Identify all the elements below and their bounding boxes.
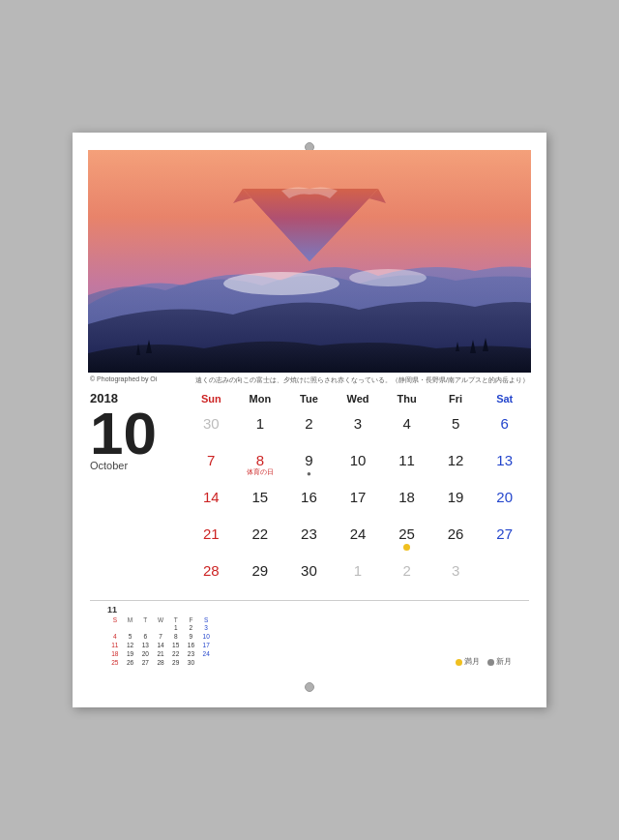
new-moon-legend: 新月	[487, 657, 512, 667]
separator	[90, 600, 529, 601]
calendar-page: © Photographed by Oi 遠くの志みの向この富士は、夕焼けに照ら…	[73, 133, 546, 707]
header-thu: Thu	[382, 391, 431, 406]
day-cell: 12	[431, 447, 481, 484]
mini-month-label: 11	[107, 605, 214, 615]
svg-point-2	[349, 269, 427, 286]
photo-description: 遠くの志みの向この富士は、夕焼けに照らされ赤くなっている。（静岡県・長野県/南ア…	[195, 375, 529, 385]
day-cell: 13	[480, 447, 529, 484]
day-cell: 16	[284, 484, 334, 521]
day-cell: 23	[284, 521, 334, 557]
day-cell	[480, 557, 529, 594]
day-cell: 8体育の日	[236, 447, 285, 484]
day-cell: 9●	[284, 447, 334, 484]
bottom-hole	[305, 682, 314, 692]
day-cell: 27	[480, 521, 529, 557]
day-cell: 19	[431, 484, 481, 521]
day-cell: 10	[334, 447, 383, 484]
photo-caption: © Photographed by Oi 遠くの志みの向この富士は、夕焼けに照ら…	[88, 375, 531, 385]
header-mon: Mon	[236, 391, 285, 406]
header-sat: Sat	[480, 391, 529, 406]
day-cell: 2	[382, 557, 431, 594]
day-cell: 30	[187, 410, 236, 447]
day-cell: 25	[382, 521, 431, 557]
legend: 満月 新月	[456, 657, 512, 667]
mini-day-headers: S M T W T F S	[107, 616, 214, 623]
day-cell: 11	[382, 447, 431, 484]
day-cell: 29	[236, 557, 285, 594]
day-cell: 28	[187, 557, 236, 594]
full-moon-dot	[403, 544, 410, 551]
day-cell: 3	[431, 557, 481, 594]
grid-area: Sun Mon Tue Wed Thu Fri Sat 30 1 2 3 4 5	[187, 391, 529, 594]
header-tue: Tue	[284, 391, 334, 406]
header-sun: Sun	[187, 391, 236, 406]
svg-point-1	[223, 272, 339, 295]
day-cell: 5	[431, 410, 481, 447]
day-cell: 21	[187, 521, 236, 557]
photo-credit: © Photographed by Oi	[90, 375, 157, 385]
day-cell: 17	[334, 484, 383, 521]
header-wed: Wed	[334, 391, 383, 406]
full-moon-legend: 満月	[456, 657, 480, 667]
fuji-image	[88, 150, 531, 373]
calendar-header: 2018 10 October Sun Mon Tue Wed Thu Fri …	[90, 391, 529, 594]
year-month: 2018 10 October	[90, 391, 187, 471]
day-headers: Sun Mon Tue Wed Thu Fri Sat	[187, 391, 529, 406]
new-moon-icon	[487, 659, 494, 666]
header-fri: Fri	[431, 391, 481, 406]
day-cell: 3	[334, 410, 383, 447]
day-cell: 24	[334, 521, 383, 557]
day-cell: 22	[236, 521, 285, 557]
calendar-section: 2018 10 October Sun Mon Tue Wed Thu Fri …	[73, 385, 546, 676]
day-cell: 7	[187, 447, 236, 484]
day-cell: 6	[480, 410, 529, 447]
days-grid: 30 1 2 3 4 5 6 7 8体育の日 9● 10 11 12 13	[187, 410, 529, 594]
full-moon-label: 満月	[464, 657, 480, 667]
month-number: 10	[90, 404, 187, 464]
bottom-section: 11 S M T W T F S 1 2 3	[90, 605, 529, 667]
mini-days-grid: 1 2 3 4 5 6 7 8 9 10 11 12 13 14 15 16	[107, 623, 214, 667]
day-cell: 18	[382, 484, 431, 521]
day-cell: 4	[382, 410, 431, 447]
day-cell: 1	[334, 557, 383, 594]
day-cell: 2	[284, 410, 334, 447]
full-moon-icon	[456, 659, 462, 666]
day-cell: 1	[236, 410, 285, 447]
photo-container	[88, 150, 531, 373]
photo-section: © Photographed by Oi 遠くの志みの向この富士は、夕焼けに照ら…	[73, 133, 546, 385]
day-cell: 14	[187, 484, 236, 521]
new-moon-label: 新月	[496, 657, 512, 667]
day-cell: 15	[236, 484, 285, 521]
mini-november-calendar: 11 S M T W T F S 1 2 3	[107, 605, 214, 667]
day-cell: 26	[431, 521, 481, 557]
day-cell: 30	[284, 557, 334, 594]
day-cell: 20	[480, 484, 529, 521]
